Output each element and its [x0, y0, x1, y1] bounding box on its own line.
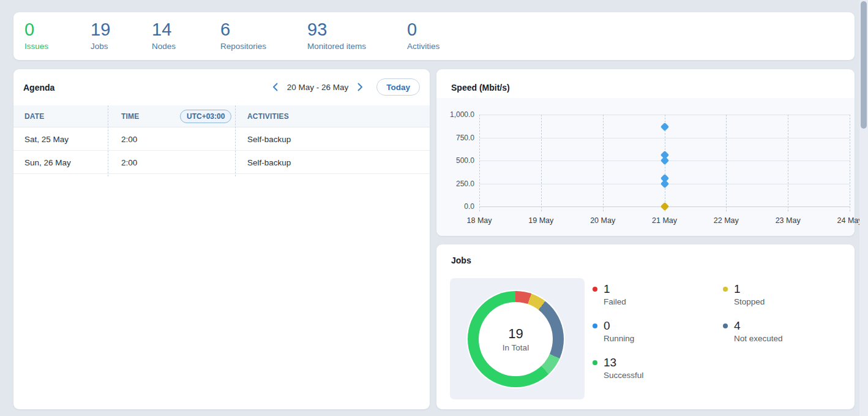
jobs-total-value: 19: [508, 326, 523, 342]
next-week-button[interactable]: [353, 80, 367, 94]
speed-data-point: [660, 122, 668, 130]
legend-item-stopped[interactable]: 1 Stopped: [723, 282, 783, 319]
stat-repositories-label: Repositories: [220, 42, 266, 51]
stat-issues[interactable]: 0 Issues: [24, 20, 48, 51]
failed-status-dot-icon: [593, 287, 597, 292]
speed-chart-panel: Speed (Mbit/s) 1,000.0750.0500.0250.00.0…: [436, 69, 855, 236]
cell-date: Sun, 26 May: [24, 151, 71, 174]
legend-item-running[interactable]: 0 Running: [593, 319, 643, 356]
not-executed-status-dot-icon: [723, 323, 728, 328]
today-button[interactable]: Today: [376, 78, 420, 96]
v-gridline: [726, 115, 727, 211]
jobs-donut-center: 19 In Total: [479, 302, 553, 376]
stat-issues-label: Issues: [24, 42, 48, 51]
speed-plot-area: [479, 115, 850, 206]
vertical-scrollbar-thumb[interactable]: [861, 1, 867, 129]
stat-repositories-value: 6: [220, 20, 266, 39]
y-tick-label: 1,000.0: [438, 110, 474, 119]
stopped-status-dot-icon: [723, 287, 728, 292]
chevron-left-icon: [272, 83, 278, 91]
stat-monitored-items-value: 93: [307, 20, 366, 39]
speed-data-point: [660, 180, 668, 188]
cell-activity: Self-backup: [247, 151, 291, 174]
stat-jobs-label: Jobs: [91, 42, 110, 51]
column-divider: [108, 105, 108, 176]
y-tick-label: 750.0: [438, 134, 474, 142]
successful-status-dot-icon: [593, 360, 597, 365]
v-gridline: [788, 115, 788, 211]
legend-item-successful[interactable]: 13 Successful: [593, 356, 643, 393]
legend-item-not-executed[interactable]: 4 Not executed: [723, 319, 783, 356]
stat-nodes-value: 14: [152, 20, 176, 39]
legend-running-label: Running: [604, 334, 643, 343]
dashboard: 0 Issues 19 Jobs 14 Nodes 6 Repositories…: [0, 0, 868, 416]
cell-time: 2:00: [121, 151, 137, 174]
cell-time: 2:00: [121, 127, 137, 151]
column-header-date: DATE: [24, 105, 45, 127]
y-tick-label: 250.0: [438, 180, 474, 188]
y-tick-label: 0.0: [438, 202, 474, 211]
stat-jobs-value: 19: [91, 20, 110, 39]
x-tick-label: 22 May: [702, 216, 750, 225]
jobs-legend-column-2: 1 Stopped 4 Not executed: [723, 282, 783, 356]
utc-offset-badge[interactable]: UTC+03:00: [180, 110, 231, 123]
stat-jobs[interactable]: 19 Jobs: [91, 20, 110, 51]
speed-chart-title: Speed (Mbit/s): [451, 83, 510, 93]
legend-item-failed[interactable]: 1 Failed: [593, 282, 643, 319]
stat-activities-label: Activities: [407, 42, 440, 51]
v-gridline: [541, 115, 542, 211]
stat-monitored-items[interactable]: 93 Monitored items: [307, 20, 366, 51]
date-range-label: 20 May - 26 May: [287, 83, 349, 92]
previous-week-button[interactable]: [269, 80, 282, 94]
vertical-scrollbar-track[interactable]: [859, 0, 868, 416]
stat-activities-value: 0: [407, 20, 440, 39]
jobs-panel: Jobs 19 In Total 1 Failed 0 Running: [436, 244, 855, 409]
agenda-table: DATE TIME UTC+03:00 ACTIVITIES Sat, 25 M…: [13, 105, 430, 174]
column-header-activities: ACTIVITIES: [247, 105, 289, 127]
stat-monitored-items-label: Monitored items: [307, 42, 366, 51]
column-header-time: TIME: [121, 105, 139, 127]
legend-successful-label: Successful: [604, 371, 643, 380]
cell-date: Sat, 25 May: [24, 127, 69, 151]
table-row[interactable]: Sat, 25 May 2:00 Self-backup: [13, 127, 430, 151]
stats-summary-card: 0 Issues 19 Jobs 14 Nodes 6 Repositories…: [13, 12, 855, 60]
stat-issues-value: 0: [24, 20, 48, 39]
legend-stopped-value: 1: [734, 282, 783, 296]
speed-data-point: [660, 156, 668, 165]
x-tick-label: 21 May: [640, 216, 689, 225]
jobs-legend-column-1: 1 Failed 0 Running 13 Successful: [593, 282, 643, 393]
x-tick-label: 18 May: [455, 216, 504, 225]
x-tick-label: 20 May: [578, 216, 627, 225]
v-gridline: [603, 115, 604, 211]
legend-running-value: 0: [604, 319, 643, 333]
v-gridline: [479, 115, 480, 211]
stat-activities[interactable]: 0 Activities: [407, 20, 440, 51]
agenda-title: Agenda: [23, 83, 54, 93]
legend-successful-value: 13: [604, 356, 643, 369]
agenda-week-navigation: 20 May - 26 May Today: [269, 78, 420, 96]
stat-repositories[interactable]: 6 Repositories: [220, 20, 266, 51]
legend-failed-label: Failed: [604, 297, 643, 306]
legend-failed-value: 1: [604, 282, 643, 296]
v-gridline: [850, 115, 850, 211]
stat-nodes[interactable]: 14 Nodes: [152, 20, 176, 51]
x-tick-label: 23 May: [763, 216, 812, 225]
column-divider: [235, 105, 236, 176]
running-status-dot-icon: [593, 323, 597, 328]
x-tick-label: 19 May: [517, 216, 566, 225]
legend-not-executed-label: Not executed: [734, 334, 783, 343]
y-tick-label: 500.0: [438, 156, 474, 165]
jobs-donut-container: 19 In Total: [450, 278, 585, 399]
stat-nodes-label: Nodes: [152, 42, 176, 51]
agenda-panel: Agenda 20 May - 26 May Today DATE TIME U…: [13, 69, 430, 409]
legend-not-executed-value: 4: [734, 319, 783, 333]
cell-activity: Self-backup: [247, 127, 291, 151]
agenda-table-header: DATE TIME UTC+03:00 ACTIVITIES: [13, 105, 430, 127]
jobs-title: Jobs: [451, 255, 471, 265]
legend-stopped-label: Stopped: [734, 297, 783, 306]
jobs-total-label: In Total: [503, 343, 529, 352]
table-row[interactable]: Sun, 26 May 2:00 Self-backup: [13, 151, 430, 174]
jobs-donut-chart: 19 In Total: [468, 291, 564, 387]
chevron-right-icon: [357, 83, 363, 91]
